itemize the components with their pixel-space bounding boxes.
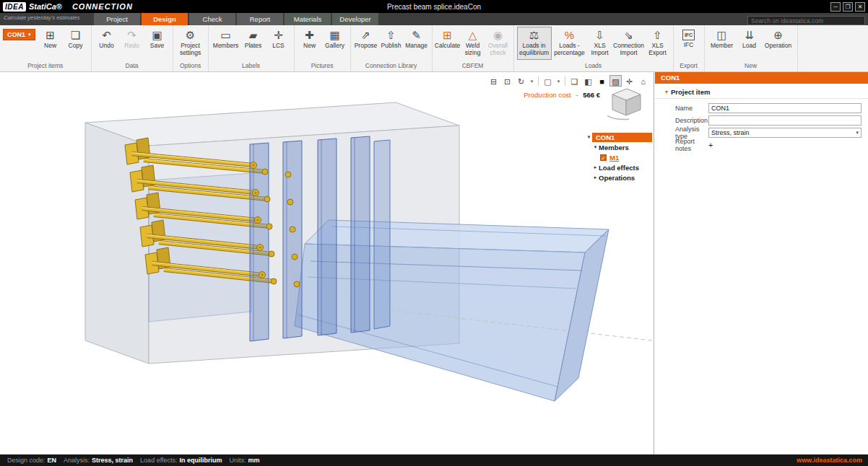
tree-item-operations[interactable]: ▸ Operations: [586, 172, 652, 183]
ribbon-group-new: ◫ Member ⇊ Load ⊕ Operation New: [705, 25, 798, 71]
tree-item-load-effects[interactable]: ▸ Load effects: [586, 162, 652, 172]
weld-sizing-button[interactable]: △ Weld sizing: [461, 27, 485, 60]
loads-in-equilibrium-toggle[interactable]: ⚖ Loads in equilibrium: [517, 27, 552, 60]
status-units: Units:mm: [230, 457, 260, 464]
calculate-button[interactable]: ⊞ Calculate: [435, 27, 460, 60]
gear-icon: ⚙: [186, 27, 195, 43]
con1-dropdown[interactable]: CON1 ▾: [3, 29, 35, 40]
new-picture-button[interactable]: ✚ New: [298, 27, 322, 60]
project-settings-button[interactable]: ⚙ Project settings: [176, 27, 205, 60]
tab-project[interactable]: Project: [94, 13, 140, 25]
chevron-down-icon: ▾: [665, 89, 668, 95]
properties-panel: CON1 ▾ Project item Name Description Ana…: [655, 72, 868, 454]
xls-export-button[interactable]: ⇧ XLS Export: [646, 27, 670, 60]
lcs-labels-button[interactable]: ✛ LCS: [266, 27, 291, 60]
save-button[interactable]: ▣ Save: [145, 27, 170, 60]
selection-dropdown-icon[interactable]: ▾: [555, 75, 562, 87]
xls-import-icon: ⇩: [595, 27, 604, 43]
new-operation-button[interactable]: ⊕ Operation: [763, 27, 794, 60]
ifc-export-button[interactable]: IFC IFC: [677, 27, 701, 60]
website-link[interactable]: www.ideastatica.com: [797, 457, 862, 464]
redo-icon: ↷: [127, 27, 136, 43]
ribbon-group-data: ↶ Undo ↷ Redo ▣ Save Data: [92, 25, 173, 71]
calculator-icon: ⊞: [443, 27, 452, 43]
tree-item-members[interactable]: ▾ Members: [586, 142, 652, 152]
weld-icon: △: [469, 27, 477, 43]
orbit-dropdown-icon[interactable]: ▾: [529, 75, 535, 87]
tab-check[interactable]: Check: [189, 13, 235, 25]
ifc-icon: IFC: [682, 30, 695, 40]
maximize-button[interactable]: ❐: [843, 2, 853, 12]
new-operation-icon: ⊕: [773, 27, 783, 43]
connection-import-button[interactable]: ⇘ Connection Import: [613, 27, 645, 60]
m1-checkbox[interactable]: ✓: [600, 154, 607, 161]
3d-scene[interactable]: [0, 72, 654, 454]
manage-icon: ✎: [412, 27, 421, 43]
tree-item-m1[interactable]: ✓ M1: [586, 152, 652, 162]
ribbon-group-project-items: CON1 ▾ ⊞ New ❏ Copy Project items: [0, 25, 92, 71]
lcs-axes-icon: ✛: [274, 27, 283, 43]
view-cube[interactable]: [604, 85, 645, 123]
close-button[interactable]: ✕: [855, 2, 865, 12]
expander-icon[interactable]: ▸: [592, 164, 599, 170]
check-target-icon: ◉: [493, 27, 503, 43]
new-project-item-button[interactable]: ⊞ New: [38, 27, 63, 60]
search-input[interactable]: [747, 16, 865, 25]
undo-button[interactable]: ↶ Undo: [95, 27, 119, 60]
new-load-button[interactable]: ⇊ Load: [737, 27, 762, 60]
member-label-icon: ▭: [220, 27, 230, 43]
panel-header: CON1: [655, 72, 868, 84]
redo-button[interactable]: ↷ Redo: [120, 27, 144, 60]
copy-project-item-button[interactable]: ❏ Copy: [64, 27, 88, 60]
plates-labels-button[interactable]: ▰ Plates: [241, 27, 266, 60]
tab-report[interactable]: Report: [237, 13, 283, 25]
zoom-extents-icon[interactable]: ⊡: [501, 75, 513, 87]
save-icon: ▣: [152, 27, 162, 43]
app-logo: IDEA StatiCa® CONNECTION: [0, 2, 133, 12]
expander-icon[interactable]: ▾: [586, 134, 592, 140]
expander-icon[interactable]: ▸: [592, 175, 599, 180]
toolbar-separator: [538, 76, 539, 86]
selection-rect-icon[interactable]: ▢: [542, 75, 554, 87]
ribbon-group-loads: ⚖ Loads in equilibrium % Loads - percent…: [514, 25, 674, 71]
new-member-button[interactable]: ◫ Member: [708, 27, 737, 60]
expander-icon[interactable]: ▾: [592, 144, 599, 150]
precast-beam: [295, 220, 609, 401]
tab-design[interactable]: Design: [142, 13, 188, 25]
manage-button[interactable]: ✎ Manage: [404, 27, 429, 60]
publish-button[interactable]: ⇧ Publish: [379, 27, 404, 60]
ribbon-group-export: IFC IFC Export: [674, 25, 705, 71]
members-labels-button[interactable]: ▭ Members: [212, 27, 240, 60]
percent-icon: %: [565, 27, 574, 43]
overall-check-button[interactable]: ◉ Overall check: [486, 27, 511, 60]
minimize-button[interactable]: ─: [830, 2, 841, 12]
gallery-button[interactable]: ▦ Gallery: [323, 27, 347, 60]
status-analysis: Analysis:Stress, strain: [64, 457, 133, 464]
idea-logo: IDEA: [3, 2, 26, 12]
half-shaded-cube-icon[interactable]: ◧: [582, 75, 594, 87]
status-load-effects: Load effects:In equilibrium: [140, 457, 222, 464]
con1-dropdown-label: CON1: [7, 31, 25, 38]
orbit-icon[interactable]: ↻: [515, 75, 527, 87]
propose-button[interactable]: ⇗ Propose: [354, 27, 378, 60]
plate-label-icon: ▰: [249, 27, 258, 43]
chevron-down-icon: ▾: [28, 32, 31, 38]
section-project-item[interactable]: ▾ Project item: [655, 84, 868, 99]
loads-percentage-button[interactable]: % Loads - percentage: [552, 27, 587, 60]
propose-icon: ⇗: [361, 27, 370, 43]
field-row-analysis-type: Analysis type Stress, strain ▾: [655, 126, 868, 139]
chevron-down-icon: ▾: [856, 130, 859, 136]
ribbon: CON1 ▾ ⊞ New ❏ Copy Project items ↶ Undo…: [0, 25, 868, 72]
tab-materials[interactable]: Materials: [285, 13, 331, 25]
toolbar-separator: [565, 76, 565, 86]
description-input[interactable]: [708, 115, 862, 126]
tree-item-con1[interactable]: ▾ CON1: [586, 132, 652, 142]
view-layout-icon[interactable]: ⊟: [487, 75, 500, 87]
xls-import-button[interactable]: ⇩ XLS Import: [588, 27, 612, 60]
analysis-type-select[interactable]: Stress, strain ▾: [708, 128, 862, 138]
ribbon-group-connection-library: ⇗ Propose ⇧ Publish ✎ Manage Connection …: [351, 25, 433, 71]
name-input[interactable]: [708, 103, 862, 113]
add-report-note-button[interactable]: +: [708, 141, 713, 149]
wireframe-cube-icon[interactable]: ❏: [568, 75, 581, 87]
tab-developer[interactable]: Developer: [332, 13, 378, 25]
